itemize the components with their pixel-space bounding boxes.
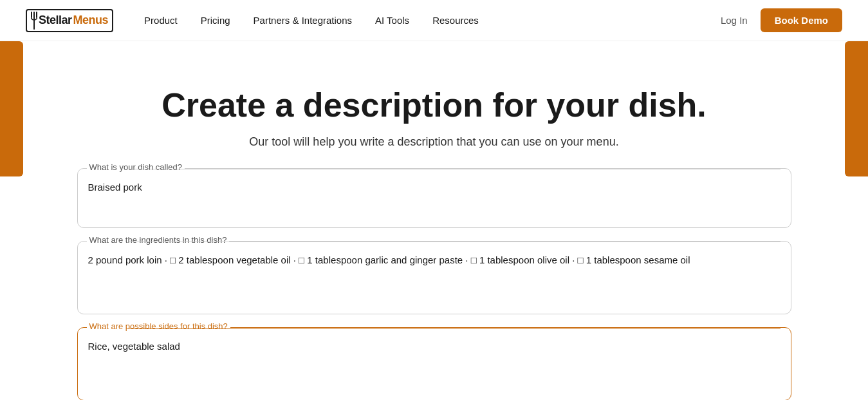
- nav-ai-tools[interactable]: AI Tools: [375, 15, 409, 26]
- logo-stellar: Stellar: [39, 14, 72, 27]
- form-section: What is your dish called? What are the i…: [77, 168, 791, 400]
- dish-name-line: [129, 169, 780, 169]
- ingredients-field-group: What are the ingredients in this dish?: [77, 241, 791, 314]
- nav-product[interactable]: Product: [144, 15, 178, 26]
- fork-icon: [31, 12, 37, 30]
- login-button[interactable]: Log In: [721, 15, 748, 26]
- deco-left: [0, 41, 23, 176]
- navbar: StellarMenus Product Pricing Partners & …: [0, 0, 868, 41]
- nav-resources[interactable]: Resources: [432, 15, 479, 26]
- hero-title: Create a description for your dish.: [26, 86, 842, 125]
- dish-name-input[interactable]: [88, 176, 780, 214]
- sides-line: [129, 328, 780, 329]
- svg-rect-2: [36, 12, 37, 18]
- sides-input[interactable]: [88, 336, 780, 387]
- book-demo-button[interactable]: Book Demo: [761, 8, 842, 32]
- main-content: Create a description for your dish. Our …: [0, 41, 868, 400]
- logo[interactable]: StellarMenus: [26, 9, 113, 32]
- ingredients-line: [129, 242, 780, 242]
- dish-name-field-group: What is your dish called?: [77, 168, 791, 228]
- logo-menus: Menus: [73, 14, 109, 27]
- nav-links: Product Pricing Partners & Integrations …: [144, 15, 721, 26]
- sides-field-group: What are possible sides for this dish?: [77, 327, 791, 400]
- hero-section: Create a description for your dish. Our …: [26, 67, 842, 168]
- ingredients-label: What are the ingredients in this dish?: [87, 235, 230, 245]
- dish-name-label: What is your dish called?: [87, 162, 185, 172]
- nav-right: Log In Book Demo: [721, 8, 842, 32]
- nav-pricing[interactable]: Pricing: [201, 15, 230, 26]
- deco-right: [845, 41, 868, 176]
- ingredients-input[interactable]: [88, 249, 780, 301]
- hero-subtitle: Our tool will help you write a descripti…: [26, 135, 842, 149]
- sides-label: What are possible sides for this dish?: [87, 321, 230, 331]
- svg-rect-0: [33, 12, 35, 30]
- svg-rect-1: [31, 12, 32, 18]
- nav-partners[interactable]: Partners & Integrations: [254, 15, 352, 26]
